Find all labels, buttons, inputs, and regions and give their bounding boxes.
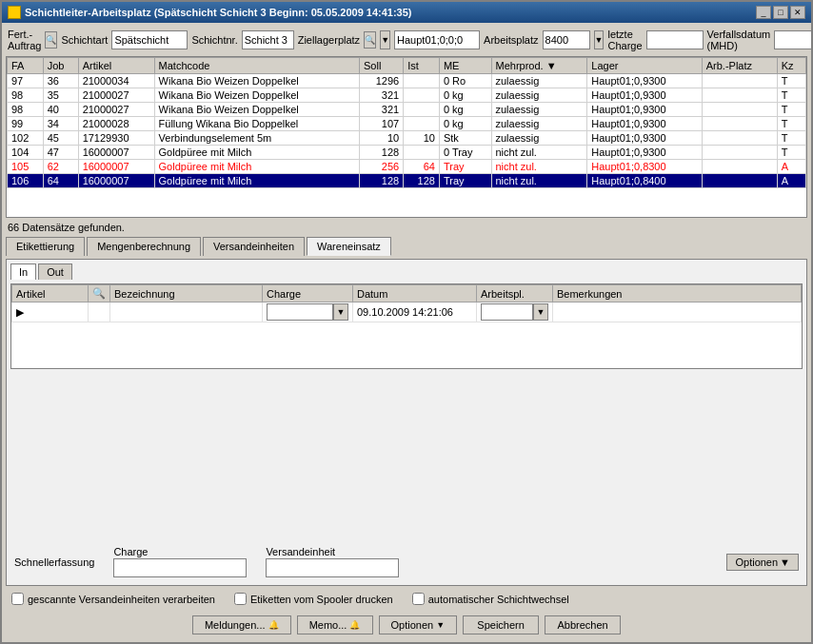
toolbar-row: Fert.-Auftrag 🔍 Schichtart Schichtnr. Zi…: [6, 27, 807, 53]
ziellagerplatz-label: Ziellagerplatz: [298, 34, 360, 46]
sub-tab-in[interactable]: In: [10, 263, 36, 280]
arbeitsplatz-input[interactable]: [543, 30, 590, 49]
inner-col-search: 🔍: [89, 285, 110, 302]
charge-dropdown[interactable]: ▼: [333, 303, 348, 321]
main-content: Fert.-Auftrag 🔍 Schichtart Schichtnr. Zi…: [2, 23, 811, 642]
optionen-btn-label: Optionen: [391, 619, 434, 631]
table-row[interactable]: 1024517129930Verbindungselement 5m1010St…: [8, 131, 806, 146]
col-kz: Kz: [777, 58, 805, 74]
sub-tab-out[interactable]: Out: [38, 263, 72, 280]
check-gescannte[interactable]: gescannte Versandeinheiten verarbeiten: [11, 593, 215, 605]
schnell-charge-input[interactable]: [113, 558, 247, 577]
memo-button[interactable]: Memo... 🔔: [297, 615, 373, 634]
title-controls: _ □ ✕: [756, 6, 805, 19]
check-etiketten-label: Etiketten vom Spooler drucken: [250, 594, 393, 605]
col-arb-platz: Arb.-Platz: [702, 58, 777, 74]
bottom-checks: gescannte Versandeinheiten verarbeiten E…: [6, 589, 807, 609]
letzte-charge-input[interactable]: [646, 30, 704, 49]
window-title: Schichtleiter-Arbeitsplatz (Spätschicht …: [25, 7, 412, 18]
optionen-button[interactable]: Optionen ▼: [379, 615, 458, 634]
status-bar: 66 Datensätze gefunden.: [6, 221, 807, 234]
versandeinheit-field: Versandeinheit: [266, 546, 399, 577]
inner-col-arbeitspl: Arbeitspl.: [477, 285, 553, 302]
verfallsdatum-input[interactable]: [774, 30, 811, 49]
ziellagerplatz-dropdown-btn[interactable]: ▼: [380, 30, 390, 49]
charge-input[interactable]: [267, 303, 333, 321]
verfallsdatum-label: Verfallsdatum (MHD): [707, 29, 771, 51]
close-button[interactable]: ✕: [790, 6, 805, 19]
check-etiketten-input[interactable]: [234, 593, 247, 605]
datum-value: 09.10.2009 14:21:06: [357, 306, 453, 318]
speichern-button[interactable]: Speichern: [463, 615, 539, 634]
table-row[interactable]: 983521000027Wikana Bio Weizen Doppelkel3…: [8, 88, 806, 103]
maximize-button[interactable]: □: [773, 6, 788, 19]
tab-versandeinheiten[interactable]: Versandeinheiten: [203, 237, 305, 256]
schichtnr-label: Schichtnr.: [191, 34, 237, 46]
schnellerfassung-label: Schnellerfassung: [14, 556, 94, 568]
table-row[interactable]: 1066416000007Goldpüree mit Milch128128Tr…: [8, 174, 806, 188]
schichtart-input[interactable]: [111, 30, 188, 49]
optionen-label: Optionen: [735, 556, 778, 568]
abbrechen-label: Abbrechen: [557, 619, 607, 631]
table-row[interactable]: 984021000027Wikana Bio Weizen Doppelkel3…: [8, 103, 806, 117]
col-soll: Soll: [359, 58, 403, 74]
check-schichtwechsel-label: automatischer Schichtwechsel: [428, 594, 569, 605]
optionen-split-button[interactable]: Optionen ▼: [726, 554, 799, 571]
table-row[interactable]: 1044716000007Goldpüree mit Milch1280 Tra…: [8, 146, 806, 160]
check-gescannte-input[interactable]: [11, 593, 24, 605]
arbeitsplatz-label: Arbeitsplatz: [484, 34, 538, 46]
optionen-arrow: ▼: [780, 556, 790, 568]
ziellagerplatz-search-btn[interactable]: 🔍: [364, 31, 376, 49]
charge-field: Charge: [113, 546, 247, 577]
schichtart-label: Schichtart: [61, 34, 108, 46]
memo-icon: 🔔: [349, 620, 360, 630]
col-mehrprod: Mehrprod. ▼: [491, 58, 587, 74]
sub-tab-bar: In Out: [10, 263, 803, 280]
main-window: Schichtleiter-Arbeitsplatz (Spätschicht …: [0, 0, 813, 644]
charge-label: Charge: [113, 546, 148, 557]
col-me: ME: [439, 58, 491, 74]
table-row[interactable]: 1056216000007Goldpüree mit Milch25664Tra…: [8, 160, 806, 174]
inner-table-row[interactable]: ▶ ▼ 09.10.2009 14:21:06: [12, 302, 802, 322]
versandeinheit-label: Versandeinheit: [266, 546, 335, 557]
tab-panel: In Out Artikel 🔍 Bezeichnung Charge Datu…: [6, 259, 807, 586]
optionen-btn-arrow: ▼: [436, 620, 445, 630]
col-artikel: Artikel: [78, 58, 154, 74]
meldungen-button[interactable]: Meldungen... 🔔: [192, 615, 291, 634]
tab-panel-spacer: [10, 369, 803, 535]
main-table-header: FA Job Artikel Matchcode Soll Ist ME Meh…: [8, 58, 806, 74]
check-etiketten[interactable]: Etiketten vom Spooler drucken: [234, 593, 393, 605]
inner-td-arbeitspl: ▼: [477, 302, 553, 322]
title-bar-left: Schichtleiter-Arbeitsplatz (Spätschicht …: [8, 6, 412, 19]
tab-mengenberechnung[interactable]: Mengenberechnung: [87, 237, 201, 256]
arbeitsplatz-dropdown-btn[interactable]: ▼: [594, 30, 605, 49]
abbrechen-button[interactable]: Abbrechen: [545, 615, 621, 634]
minimize-button[interactable]: _: [756, 6, 771, 19]
col-job: Job: [43, 58, 78, 74]
check-gescannte-label: gescannte Versandeinheiten verarbeiten: [28, 594, 215, 605]
bottom-buttons: Meldungen... 🔔 Memo... 🔔 Optionen ▼ Spei…: [6, 612, 807, 638]
main-table-body: 973621000034Wikana Bio Weizen Doppelkel1…: [8, 74, 806, 188]
tab-wareneinsatz[interactable]: Wareneinsatz: [307, 237, 391, 256]
table-row[interactable]: 973621000034Wikana Bio Weizen Doppelkel1…: [8, 74, 806, 88]
inner-col-datum: Datum: [353, 285, 477, 302]
schnell-versandeinheit-input[interactable]: [266, 558, 399, 577]
inner-col-bemerkungen: Bemerkungen: [553, 285, 802, 302]
inner-table-container: Artikel 🔍 Bezeichnung Charge Datum Arbei…: [10, 283, 803, 369]
check-schichtwechsel-input[interactable]: [412, 593, 425, 605]
col-lager: Lager: [587, 58, 702, 74]
arbeitspl-input[interactable]: [481, 303, 533, 321]
tab-etikettierung[interactable]: Etikettierung: [6, 237, 85, 256]
ziellagerplatz-input[interactable]: [394, 30, 480, 49]
tabs-container: Etikettierung Mengenberechnung Versandei…: [6, 237, 807, 256]
speichern-label: Speichern: [477, 619, 525, 631]
inner-table: Artikel 🔍 Bezeichnung Charge Datum Arbei…: [11, 284, 802, 322]
col-fa: FA: [8, 58, 44, 74]
inner-col-bezeichnung: Bezeichnung: [110, 285, 263, 302]
check-schichtwechsel[interactable]: automatischer Schichtwechsel: [412, 593, 569, 605]
table-row[interactable]: 993421000028Füllung Wikana Bio Doppelkel…: [8, 117, 806, 131]
inner-td-bezeichnung: [110, 302, 263, 322]
arbeitspl-dropdown[interactable]: ▼: [533, 303, 548, 321]
schichtnr-input[interactable]: [242, 30, 294, 49]
fert-auftrag-search-btn[interactable]: 🔍: [45, 31, 57, 49]
